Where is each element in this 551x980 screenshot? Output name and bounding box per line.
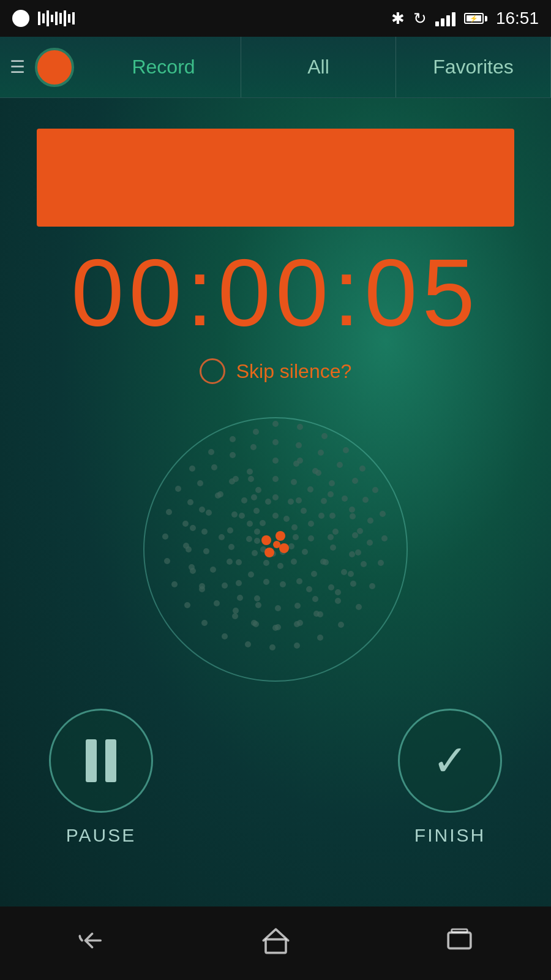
pause-button[interactable] bbox=[49, 709, 153, 813]
menu-icon[interactable]: ☰ bbox=[0, 57, 35, 77]
svg-point-97 bbox=[272, 494, 279, 500]
pause-control: PAUSE bbox=[49, 709, 153, 846]
tab-all[interactable]: All bbox=[241, 37, 396, 97]
svg-point-16 bbox=[245, 641, 251, 647]
svg-point-141 bbox=[357, 528, 363, 534]
svg-point-20 bbox=[171, 581, 178, 587]
svg-point-96 bbox=[255, 487, 261, 493]
svg-rect-159 bbox=[266, 939, 286, 952]
svg-point-77 bbox=[247, 469, 253, 475]
svg-rect-160 bbox=[448, 932, 471, 948]
svg-point-8 bbox=[381, 535, 388, 541]
svg-point-4 bbox=[343, 447, 349, 453]
svg-point-18 bbox=[201, 620, 208, 626]
svg-point-140 bbox=[349, 507, 355, 513]
svg-point-7 bbox=[380, 511, 386, 517]
svg-point-37 bbox=[361, 561, 367, 567]
svg-point-153 bbox=[297, 458, 303, 464]
bottom-nav bbox=[0, 907, 551, 980]
status-bar: ✱ ↻ ⚡ 16:51 bbox=[0, 0, 551, 37]
svg-point-33 bbox=[352, 478, 358, 484]
svg-point-65 bbox=[312, 596, 318, 602]
mic-dots-svg bbox=[141, 415, 410, 684]
svg-point-113 bbox=[291, 524, 298, 530]
svg-point-54 bbox=[250, 444, 257, 450]
svg-point-132 bbox=[306, 586, 312, 592]
pause-bar-right bbox=[105, 739, 116, 782]
svg-point-90 bbox=[248, 571, 254, 578]
svg-point-71 bbox=[210, 567, 216, 573]
bluetooth-icon: ✱ bbox=[391, 9, 405, 28]
svg-point-144 bbox=[335, 589, 341, 595]
home-button[interactable] bbox=[259, 924, 293, 963]
svg-point-1 bbox=[272, 421, 279, 427]
svg-point-58 bbox=[329, 480, 335, 486]
svg-point-81 bbox=[321, 498, 327, 504]
svg-point-139 bbox=[328, 491, 334, 497]
svg-point-108 bbox=[247, 521, 253, 527]
svg-point-24 bbox=[175, 486, 181, 492]
svg-point-146 bbox=[251, 620, 257, 626]
skip-silence-row[interactable]: Skip silence? bbox=[200, 358, 352, 384]
battery-icon: ⚡ bbox=[464, 13, 487, 24]
recents-button[interactable] bbox=[443, 924, 476, 963]
pause-label: PAUSE bbox=[66, 825, 136, 846]
svg-point-120 bbox=[254, 529, 260, 535]
back-button[interactable] bbox=[75, 924, 109, 963]
tab-favorites[interactable]: Favorites bbox=[396, 37, 551, 97]
notification-dot bbox=[12, 10, 29, 27]
svg-point-84 bbox=[330, 545, 336, 551]
svg-point-72 bbox=[203, 548, 209, 554]
svg-point-157 bbox=[279, 543, 289, 553]
svg-point-38 bbox=[350, 581, 356, 587]
svg-point-91 bbox=[236, 559, 242, 565]
pause-bar-left bbox=[86, 739, 97, 782]
svg-point-152 bbox=[315, 470, 321, 476]
svg-point-105 bbox=[263, 560, 269, 566]
svg-point-27 bbox=[230, 436, 236, 442]
tab-record[interactable]: Record bbox=[86, 37, 241, 97]
svg-point-55 bbox=[272, 458, 279, 464]
svg-point-11 bbox=[356, 604, 362, 610]
skip-silence-checkbox[interactable] bbox=[200, 358, 225, 384]
svg-point-73 bbox=[201, 529, 208, 535]
svg-point-74 bbox=[206, 510, 212, 516]
svg-point-155 bbox=[276, 531, 285, 541]
microphone-visualizer bbox=[141, 415, 410, 684]
svg-point-124 bbox=[219, 534, 225, 540]
svg-point-95 bbox=[241, 497, 247, 503]
svg-point-17 bbox=[222, 633, 228, 639]
svg-point-145 bbox=[233, 608, 239, 614]
svg-point-59 bbox=[342, 496, 348, 502]
record-indicator bbox=[35, 48, 74, 87]
checkmark-icon: ✓ bbox=[432, 739, 468, 782]
svg-point-143 bbox=[348, 571, 354, 577]
back-icon bbox=[75, 924, 109, 957]
svg-point-30 bbox=[296, 442, 302, 448]
svg-point-99 bbox=[301, 508, 307, 514]
nav-tabs: ☰ Record All Favorites bbox=[0, 37, 551, 98]
status-time: 16:51 bbox=[496, 9, 539, 28]
svg-point-127 bbox=[254, 595, 260, 601]
svg-point-9 bbox=[378, 560, 384, 566]
svg-point-130 bbox=[328, 534, 334, 540]
svg-point-64 bbox=[328, 584, 334, 590]
svg-point-23 bbox=[166, 509, 172, 515]
recents-icon bbox=[443, 924, 476, 957]
svg-point-134 bbox=[199, 507, 205, 513]
svg-point-98 bbox=[288, 499, 294, 505]
finish-button[interactable]: ✓ bbox=[398, 709, 502, 813]
svg-point-121 bbox=[260, 520, 266, 526]
svg-point-69 bbox=[237, 595, 243, 601]
svg-point-137 bbox=[190, 568, 196, 574]
svg-point-104 bbox=[277, 563, 283, 569]
svg-point-133 bbox=[217, 491, 223, 497]
svg-point-22 bbox=[162, 533, 168, 540]
svg-point-111 bbox=[272, 513, 279, 519]
svg-point-129 bbox=[318, 513, 324, 519]
signal-icon bbox=[435, 10, 455, 26]
svg-point-115 bbox=[288, 543, 294, 549]
svg-point-114 bbox=[293, 534, 299, 540]
svg-point-44 bbox=[232, 613, 238, 619]
timer-display: 00:00:05 bbox=[71, 245, 479, 340]
